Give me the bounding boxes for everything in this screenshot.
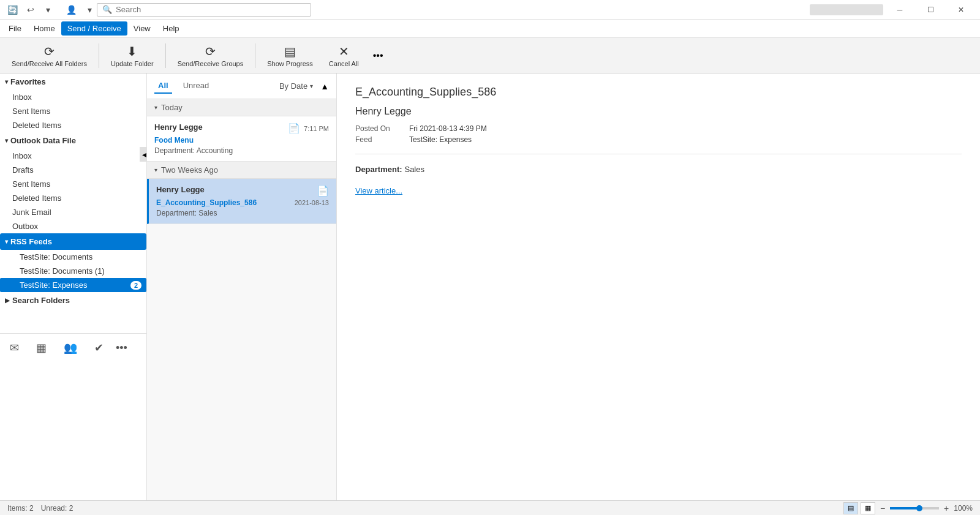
two-weeks-label: Two Weeks Ago	[161, 165, 218, 175]
email-group-two-weeks[interactable]: ▾ Two Weeks Ago	[147, 162, 336, 179]
undo-icon[interactable]: ↩	[23, 2, 38, 17]
testsite-expenses-badge: 2	[130, 281, 141, 290]
sidebar-item-sent-fav[interactable]: Sent Items	[0, 104, 146, 118]
zoom-minus-button[interactable]: −	[880, 503, 885, 513]
toolbar-separator-1	[99, 43, 99, 68]
sidebar-item-deleted-odf[interactable]: Deleted Items	[0, 191, 146, 205]
titlebar-left: 🔄 ↩ ▾ 👤 ▾	[5, 2, 97, 17]
groups-label: Send/Receive Groups	[178, 60, 244, 67]
sidebar-item-testsite-docs-1[interactable]: TestSite: Documents (1)	[0, 264, 146, 278]
toolbar-separator-3	[255, 43, 255, 68]
sort-label: By Date	[279, 81, 307, 91]
zoom-thumb[interactable]	[916, 505, 922, 511]
zoom-controls: ▤ ▦ − + 100%	[843, 502, 973, 514]
search-folders-chevron: ▶	[5, 297, 10, 304]
people-icon: 👥	[64, 341, 77, 355]
reading-sender: Henry Legge	[355, 106, 962, 117]
filter-all[interactable]: All	[154, 78, 172, 94]
sidebar-item-inbox-odf[interactable]: Inbox	[0, 149, 146, 163]
update-folder-button[interactable]: ⬇ Update Folder	[104, 40, 160, 71]
posted-value: Fri 2021-08-13 4:39 PM	[409, 124, 487, 133]
zoom-slider[interactable]	[890, 507, 939, 509]
meta-feed-row: Feed TestSite: Expenses	[355, 135, 962, 144]
email-sender-2: Henry Legge	[156, 185, 205, 194]
menu-send-receive[interactable]: Send / Receive	[61, 21, 127, 36]
close-button[interactable]: ✕	[947, 0, 975, 20]
cancel-all-button[interactable]: ✕ Cancel All	[322, 40, 366, 71]
sort-button[interactable]: By Date ▾	[279, 81, 313, 91]
dropdown-icon[interactable]: ▾	[40, 2, 55, 17]
show-progress-button[interactable]: ▤ Show Progress	[260, 40, 320, 71]
nav-more-button[interactable]: •••	[116, 342, 127, 355]
calendar-nav-button[interactable]: ▦	[31, 339, 51, 357]
meta-posted-row: Posted On Fri 2021-08-13 4:39 PM	[355, 124, 962, 133]
menu-view[interactable]: View	[127, 21, 157, 36]
inbox-fav-label: Inbox	[12, 92, 32, 102]
email-subject-2: E_Accounting_Supplies_586	[156, 198, 257, 207]
update-folder-label: Update Folder	[111, 60, 154, 67]
menu-file[interactable]: File	[2, 21, 28, 36]
sidebar-item-outbox-odf[interactable]: Outbox	[0, 219, 146, 233]
sidebar-item-inbox-fav[interactable]: Inbox	[0, 90, 146, 104]
email-subject-1: Food Menu	[154, 136, 329, 145]
reading-body: Department: Sales View article...	[355, 154, 962, 195]
posted-label: Posted On	[355, 124, 404, 133]
titlebar-info	[810, 4, 883, 15]
unread-count: Unread: 2	[41, 504, 74, 513]
sidebar-collapse-button[interactable]: ◀	[140, 147, 147, 162]
cancel-label: Cancel All	[329, 60, 359, 67]
mail-nav-button[interactable]: ✉	[5, 339, 24, 357]
sent-fav-label: Sent Items	[12, 107, 50, 116]
favorites-chevron: ▾	[5, 78, 8, 85]
email-sender-1: Henry Legge	[154, 122, 203, 132]
menu-help[interactable]: Help	[157, 21, 186, 36]
undo-redo: ↩ ▾	[23, 2, 55, 17]
today-label: Today	[161, 103, 183, 112]
email-item-food-menu[interactable]: Henry Legge 📄 7:11 PM Food Menu Departme…	[147, 116, 336, 162]
filter-unread[interactable]: Unread	[179, 78, 213, 94]
view-multi-button[interactable]: ▦	[861, 502, 875, 514]
toolbar-more-button[interactable]: •••	[368, 48, 388, 64]
email-preview-2: Department: Sales	[156, 209, 329, 217]
dropdown-small-icon[interactable]: ▾	[82, 2, 97, 17]
sidebar-item-drafts-odf[interactable]: Drafts	[0, 163, 146, 177]
today-chevron-icon: ▾	[154, 104, 157, 111]
favorites-label: Favorites	[10, 77, 46, 86]
toolbar: ⟳ Send/Receive All Folders ⬇ Update Fold…	[0, 38, 980, 73]
refresh-icon[interactable]: 🔄	[5, 2, 20, 17]
sidebar-section-search-folders[interactable]: ▶ Search Folders	[0, 292, 146, 309]
search-icon: 🔍	[102, 5, 112, 14]
view-article-link[interactable]: View article...	[355, 186, 402, 195]
feed-value: TestSite: Expenses	[409, 135, 472, 144]
search-input[interactable]	[116, 5, 306, 14]
email-item-accounting[interactable]: Henry Legge 📄 E_Accounting_Supplies_586 …	[147, 179, 336, 224]
items-count: Items: 2	[7, 504, 34, 513]
profile-icon[interactable]: 👤	[64, 2, 78, 17]
search-bar[interactable]: 🔍	[97, 3, 311, 17]
sidebar-item-testsite-docs[interactable]: TestSite: Documents	[0, 250, 146, 264]
zoom-plus-button[interactable]: +	[944, 503, 949, 513]
reading-title: E_Accounting_Supplies_586	[355, 86, 962, 99]
restore-button[interactable]: ☐	[916, 0, 944, 20]
sidebar-item-testsite-expenses[interactable]: TestSite: Expenses 2	[0, 278, 146, 292]
sidebar-item-junk-odf[interactable]: Junk Email	[0, 205, 146, 219]
titlebar: 🔄 ↩ ▾ 👤 ▾ 🔍 ─ ☐ ✕	[0, 0, 980, 20]
sidebar-section-odf[interactable]: ▾ Outlook Data File	[0, 132, 146, 149]
sidebar-item-sent-odf[interactable]: Sent Items	[0, 177, 146, 191]
email-group-today[interactable]: ▾ Today	[147, 99, 336, 116]
dept-bold: Department:	[355, 165, 402, 174]
zoom-fill	[890, 507, 919, 509]
menu-home[interactable]: Home	[28, 21, 61, 36]
send-receive-all-button[interactable]: ⟳ Send/Receive All Folders	[5, 40, 94, 71]
sidebar-item-deleted-fav[interactable]: Deleted Items	[0, 118, 146, 132]
sort-direction-icon[interactable]: ▲	[320, 81, 329, 91]
sidebar-section-rss[interactable]: ▾ RSS Feeds	[0, 233, 146, 250]
minimize-button[interactable]: ─	[886, 0, 914, 20]
sidebar-footer: ✉ ▦ 👥 ✔ •••	[0, 333, 146, 362]
sidebar-section-favorites[interactable]: ▾ Favorites	[0, 73, 146, 90]
email-list-pane: All Unread By Date ▾ ▲ ▾ Today Henry Leg…	[147, 73, 337, 500]
people-nav-button[interactable]: 👥	[59, 339, 82, 357]
tasks-nav-button[interactable]: ✔	[89, 339, 108, 357]
view-single-button[interactable]: ▤	[843, 502, 858, 514]
send-receive-groups-button[interactable]: ⟳ Send/Receive Groups	[171, 40, 251, 71]
